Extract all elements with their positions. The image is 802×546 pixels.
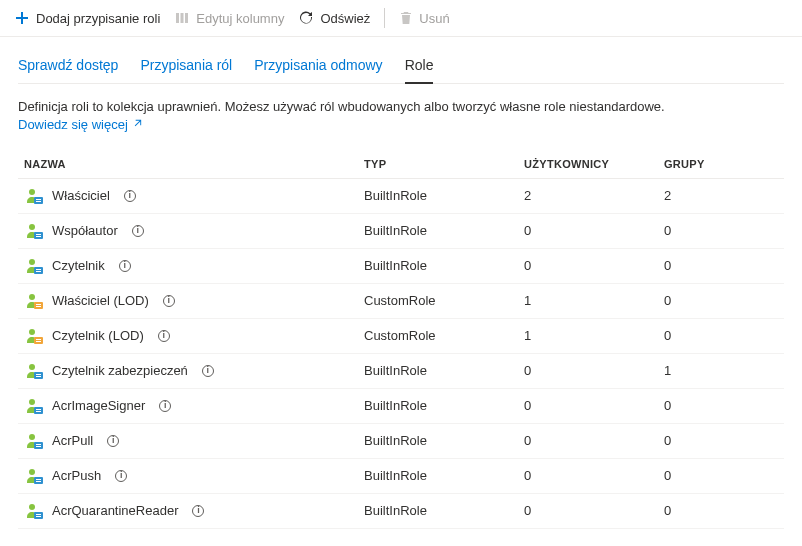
svg-rect-38 — [36, 514, 41, 515]
name-cell: Właścicieli — [24, 187, 364, 205]
svg-rect-2 — [36, 199, 41, 200]
role-icon — [24, 257, 42, 275]
svg-rect-22 — [36, 374, 41, 375]
info-icon[interactable]: i — [202, 365, 214, 377]
svg-rect-37 — [34, 512, 43, 519]
svg-point-24 — [29, 399, 35, 405]
users-cell: 0 — [524, 468, 664, 483]
svg-rect-3 — [36, 201, 41, 202]
tab-0[interactable]: Sprawdź dostęp — [18, 51, 118, 83]
svg-rect-17 — [34, 337, 43, 344]
groups-cell: 0 — [664, 223, 778, 238]
table-header: Nazwa Typ Użytkownicy Grupy — [18, 150, 784, 179]
table-row[interactable]: WspółautoriBuiltInRole00 — [18, 214, 784, 249]
role-name: Czytelnik (LOD) — [52, 328, 144, 343]
svg-point-8 — [29, 259, 35, 265]
column-header-type[interactable]: Typ — [364, 158, 524, 170]
info-icon[interactable]: i — [159, 400, 171, 412]
svg-rect-25 — [34, 407, 43, 414]
column-header-users[interactable]: Użytkownicy — [524, 158, 664, 170]
name-cell: AcrPulli — [24, 432, 364, 450]
tab-1[interactable]: Przypisania ról — [140, 51, 232, 83]
svg-rect-19 — [36, 341, 41, 342]
svg-point-36 — [29, 504, 35, 510]
info-icon[interactable]: i — [119, 260, 131, 272]
info-icon[interactable]: i — [107, 435, 119, 447]
groups-cell: 0 — [664, 293, 778, 308]
column-header-groups[interactable]: Grupy — [664, 158, 778, 170]
groups-cell: 0 — [664, 328, 778, 343]
role-name: AcrQuarantineReader — [52, 503, 178, 518]
table-row[interactable]: AcrPulliBuiltInRole00 — [18, 424, 784, 459]
role-icon — [24, 467, 42, 485]
table-row[interactable]: CzytelnikiBuiltInRole00 — [18, 249, 784, 284]
role-name: Współautor — [52, 223, 118, 238]
tab-2[interactable]: Przypisania odmowy — [254, 51, 382, 83]
refresh-button[interactable]: Odśwież — [298, 10, 370, 26]
learn-more-link[interactable]: Dowiedz się więcej — [18, 117, 143, 132]
column-header-name[interactable]: Nazwa — [24, 158, 364, 170]
svg-rect-29 — [34, 442, 43, 449]
users-cell: 0 — [524, 433, 664, 448]
role-name: AcrPull — [52, 433, 93, 448]
groups-cell: 0 — [664, 398, 778, 413]
role-icon — [24, 327, 42, 345]
edit-columns-label: Edytuj kolumny — [196, 11, 284, 26]
svg-rect-39 — [36, 516, 41, 517]
svg-rect-13 — [34, 302, 43, 309]
users-cell: 0 — [524, 258, 664, 273]
users-cell: 0 — [524, 503, 664, 518]
table-row[interactable]: Czytelnik zabezpieczeńiBuiltInRole01 — [18, 354, 784, 389]
role-name: AcrImageSigner — [52, 398, 145, 413]
name-cell: Właściciel (LOD)i — [24, 292, 364, 310]
info-icon[interactable]: i — [158, 330, 170, 342]
svg-rect-34 — [36, 479, 41, 480]
svg-rect-10 — [36, 269, 41, 270]
external-link-icon — [132, 117, 143, 132]
columns-icon — [174, 10, 190, 26]
table-row[interactable]: AcrPushiBuiltInRole00 — [18, 459, 784, 494]
table-row[interactable]: AcrImageSigneriBuiltInRole00 — [18, 389, 784, 424]
tabs: Sprawdź dostępPrzypisania rólPrzypisania… — [18, 51, 784, 84]
svg-point-16 — [29, 329, 35, 335]
edit-columns-button: Edytuj kolumny — [174, 10, 284, 26]
role-icon — [24, 187, 42, 205]
role-icon — [24, 222, 42, 240]
type-cell: BuiltInRole — [364, 188, 524, 203]
learn-more-label: Dowiedz się więcej — [18, 117, 128, 132]
table-row[interactable]: Czytelnik (LOD)iCustomRole10 — [18, 319, 784, 354]
description-text: Definicja roli to kolekcja uprawnień. Mo… — [18, 99, 665, 114]
groups-cell: 0 — [664, 503, 778, 518]
svg-rect-15 — [36, 306, 41, 307]
svg-rect-9 — [34, 267, 43, 274]
svg-point-28 — [29, 434, 35, 440]
type-cell: BuiltInRole — [364, 363, 524, 378]
add-role-assignment-label: Dodaj przypisanie roli — [36, 11, 160, 26]
svg-rect-18 — [36, 339, 41, 340]
users-cell: 1 — [524, 328, 664, 343]
svg-point-0 — [29, 189, 35, 195]
svg-rect-33 — [34, 477, 43, 484]
tab-3[interactable]: Role — [405, 51, 434, 83]
role-icon — [24, 292, 42, 310]
table-row[interactable]: Właściciel (LOD)iCustomRole10 — [18, 284, 784, 319]
table-row[interactable]: AcrQuarantineReaderiBuiltInRole00 — [18, 494, 784, 529]
info-icon[interactable]: i — [115, 470, 127, 482]
info-icon[interactable]: i — [192, 505, 204, 517]
svg-rect-35 — [36, 481, 41, 482]
content-area: Sprawdź dostępPrzypisania rólPrzypisania… — [0, 37, 802, 533]
table-row[interactable]: WłaścicieliBuiltInRole22 — [18, 179, 784, 214]
main-scroll[interactable]: Dodaj przypisanie roli Edytuj kolumny Od… — [0, 0, 802, 546]
groups-cell: 0 — [664, 433, 778, 448]
add-role-assignment-button[interactable]: Dodaj przypisanie roli — [14, 10, 160, 26]
info-icon[interactable]: i — [132, 225, 144, 237]
info-icon[interactable]: i — [124, 190, 136, 202]
info-icon[interactable]: i — [163, 295, 175, 307]
role-icon — [24, 432, 42, 450]
trash-icon — [399, 11, 413, 25]
role-icon — [24, 362, 42, 380]
svg-point-32 — [29, 469, 35, 475]
role-name: Czytelnik zabezpieczeń — [52, 363, 188, 378]
svg-rect-30 — [36, 444, 41, 445]
role-name: Czytelnik — [52, 258, 105, 273]
